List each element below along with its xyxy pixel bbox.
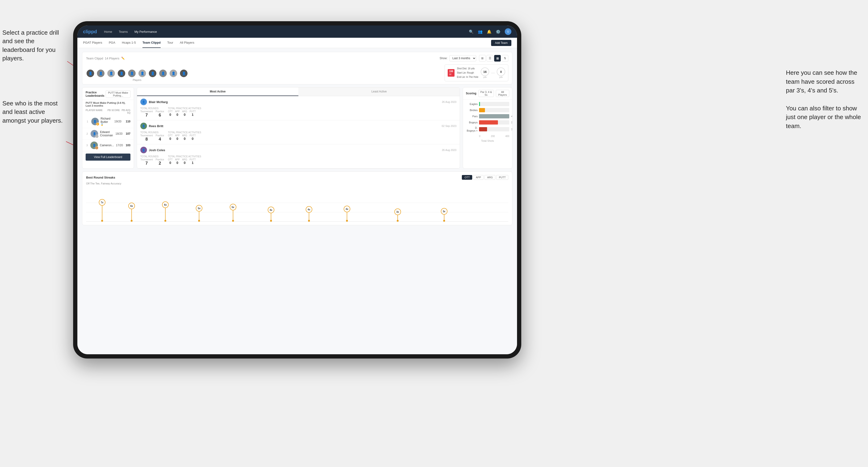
player-avatar[interactable]: 👤 bbox=[148, 69, 157, 77]
pac-header: 👤 Rees Britt 02 Sep 2023 bbox=[140, 123, 456, 129]
panel-subtitle: PUTT Must Make Putting (3-6 ft), Last 3 … bbox=[82, 100, 134, 108]
show-filter: Show: Last 3 months bbox=[440, 55, 476, 61]
lb-avg: 110 bbox=[123, 120, 130, 123]
streak-node: 7x bbox=[99, 199, 105, 222]
practice-leaderboards-panel: Practice Leaderboards PUTT Must Make Put… bbox=[82, 87, 134, 168]
view-full-leaderboard-button[interactable]: View Full Leaderboard bbox=[86, 154, 130, 161]
activity-tabs: Most Active Least Active bbox=[137, 88, 460, 96]
streak-node: 4x bbox=[268, 207, 274, 222]
annotation-right-1: Here you can see how the team have score… bbox=[786, 68, 861, 131]
navbar-icons: 🔍 👥 🔔 ⚙️ U bbox=[469, 28, 512, 35]
navbar-teams[interactable]: Teams bbox=[119, 30, 128, 33]
player-filter-dropdown[interactable]: All Players bbox=[496, 90, 509, 97]
lb-name: Cameron... bbox=[100, 144, 114, 147]
streak-ott-btn[interactable]: OTT bbox=[462, 175, 472, 180]
streak-arg-btn[interactable]: ARG bbox=[485, 175, 495, 180]
subnav: PGAT Players PGA Hcaps 1-5 Team Clippd T… bbox=[78, 38, 517, 48]
practice-activities-group: Total Practice Activities OTT 0 APP 0 bbox=[168, 107, 201, 118]
arg-value: 0 bbox=[184, 113, 186, 117]
bell-icon[interactable]: 🔔 bbox=[487, 30, 492, 34]
player-avatar[interactable]: 👤 bbox=[180, 69, 188, 77]
lb-score: 17/20 bbox=[116, 144, 123, 147]
pac-stats: Total Rounds Tournament 7 Practice 2 bbox=[140, 155, 456, 166]
team-header-top: Team Clippd 14 Players ✏️ Show: Last 3 m… bbox=[86, 55, 508, 62]
player-avatar[interactable]: 👤 bbox=[128, 69, 136, 77]
yards-stat-1: 16 bbox=[481, 67, 489, 76]
navbar-my-performance[interactable]: My Performance bbox=[134, 30, 157, 33]
practice-value: 6 bbox=[159, 113, 161, 118]
pac-date: 02 Sep 2023 bbox=[442, 125, 456, 127]
settings-icon[interactable]: ⚙️ bbox=[496, 30, 500, 34]
practice-value: 2 bbox=[159, 161, 161, 166]
streak-node: 5x bbox=[230, 204, 236, 222]
card-view-btn[interactable]: ▦ bbox=[494, 55, 501, 62]
rank-badge: 1 bbox=[96, 122, 99, 126]
user-avatar[interactable]: U bbox=[505, 28, 512, 35]
drill-dropdown[interactable]: PUTT Must Make Putting... bbox=[106, 90, 130, 98]
pars-row: Pars 499 bbox=[466, 114, 509, 118]
player-activity-card: 👤 Rees Britt 02 Sep 2023 Total Rounds To… bbox=[137, 120, 460, 144]
players-label: Players bbox=[86, 79, 188, 81]
player-avatar[interactable]: 👤 bbox=[117, 69, 126, 77]
pac-date: 26 Aug 2023 bbox=[442, 149, 456, 151]
most-active-tab[interactable]: Most Active bbox=[137, 88, 299, 96]
dbogeys-bar bbox=[479, 127, 487, 131]
tablet-frame: clippd Home Teams My Performance 🔍 👥 🔔 ⚙… bbox=[73, 21, 521, 359]
yards-stat-2: 0 bbox=[497, 67, 505, 76]
subnav-hcaps[interactable]: Hcaps 1-5 bbox=[122, 38, 136, 48]
team-title: Team Clippd 14 Players bbox=[86, 57, 119, 60]
subnav-team-clippd[interactable]: Team Clippd bbox=[143, 38, 161, 48]
player-avatar[interactable]: 👤 bbox=[169, 69, 178, 77]
subnav-pga[interactable]: PGA bbox=[109, 38, 115, 48]
leaderboard-cols: PLAYER NAME PB SCORE PB AVG SQ bbox=[82, 108, 134, 115]
lb-name: Edward Crossman bbox=[100, 130, 113, 137]
player-avatar[interactable]: 👤 bbox=[96, 69, 105, 77]
scoring-chart: Eagles 3 Birdies 96 bbox=[463, 99, 512, 145]
grid-view-btn[interactable]: ⊞ bbox=[479, 55, 486, 62]
player-activity-card: 👤 Blair McHarg 26 Aug 2023 Total Rounds … bbox=[137, 96, 460, 120]
edit-icon[interactable]: ✏️ bbox=[121, 57, 125, 60]
pac-avatar: 👤 bbox=[140, 123, 147, 129]
scoring-title: Scoring bbox=[466, 92, 476, 95]
view-icons: ⊞ ☰ ▦ ⇅ bbox=[479, 55, 508, 62]
streak-node: 6x bbox=[162, 201, 168, 222]
panels-row: Practice Leaderboards PUTT Must Make Put… bbox=[82, 87, 512, 168]
birdies-bar bbox=[479, 108, 485, 112]
chart-footer: Total Shots bbox=[466, 139, 509, 142]
streak-app-btn[interactable]: APP bbox=[473, 175, 484, 180]
people-icon[interactable]: 👥 bbox=[478, 30, 483, 34]
subnav-all-players[interactable]: All Players bbox=[180, 38, 194, 48]
sort-btn[interactable]: ⇅ bbox=[502, 55, 508, 62]
par-filter-dropdown[interactable]: Par 3, 4 & 5s bbox=[478, 90, 494, 97]
navbar-home[interactable]: Home bbox=[104, 30, 112, 33]
bogeys-bar bbox=[479, 120, 498, 125]
search-icon[interactable]: 🔍 bbox=[469, 30, 474, 34]
subnav-tour[interactable]: Tour bbox=[167, 38, 173, 48]
rank-badge: 2 bbox=[95, 135, 99, 138]
annotation-left-2: See who is the most and least active amo… bbox=[2, 99, 64, 125]
bogeys-row: Bogeys 311 bbox=[466, 120, 509, 125]
pac-avatar: 👤 bbox=[140, 99, 147, 105]
player-avatar[interactable]: 👤 bbox=[138, 69, 147, 77]
list-view-btn[interactable]: ☰ bbox=[487, 55, 493, 62]
pac-header: 👤 Josh Coles 26 Aug 2023 bbox=[140, 147, 456, 153]
pac-header: 👤 Blair McHarg 26 Aug 2023 bbox=[140, 99, 456, 105]
leaderboard-item[interactable]: 3 👤 3 Cameron... 17/20 103 bbox=[82, 139, 134, 151]
birdies-row: Birdies 96 bbox=[466, 108, 509, 112]
streak-node: 5x bbox=[196, 205, 203, 222]
player-avatar[interactable]: 👤 bbox=[159, 69, 167, 77]
streak-putt-btn[interactable]: PUTT bbox=[496, 175, 508, 180]
scoring-panel: Scoring Par 3, 4 & 5s All Players Eagles… bbox=[463, 87, 512, 168]
leaderboard-item[interactable]: 2 👤 2 Edward Crossman 18/20 107 bbox=[82, 128, 134, 139]
period-select[interactable]: Last 3 months bbox=[450, 55, 476, 61]
total-rounds-group: Total Rounds Tournament 7 Practice 6 bbox=[140, 107, 164, 118]
player-avatars: 👤 👤 👤 👤 👤 👤 👤 👤 👤 👤 bbox=[86, 69, 188, 77]
add-team-button[interactable]: Add Team bbox=[491, 40, 512, 46]
subnav-pgat[interactable]: PGAT Players bbox=[83, 38, 102, 48]
player-activity-card: 👤 Josh Coles 26 Aug 2023 Total Rounds To… bbox=[137, 144, 460, 168]
player-avatar[interactable]: 👤 bbox=[107, 69, 115, 77]
least-active-tab[interactable]: Least Active bbox=[299, 88, 460, 96]
leaderboard-item[interactable]: 1 👤 1 Richard Butler 🥇 19/20 110 bbox=[82, 115, 134, 128]
lb-avatar: 👤 1 bbox=[91, 118, 99, 125]
player-avatar[interactable]: 👤 bbox=[86, 69, 95, 77]
